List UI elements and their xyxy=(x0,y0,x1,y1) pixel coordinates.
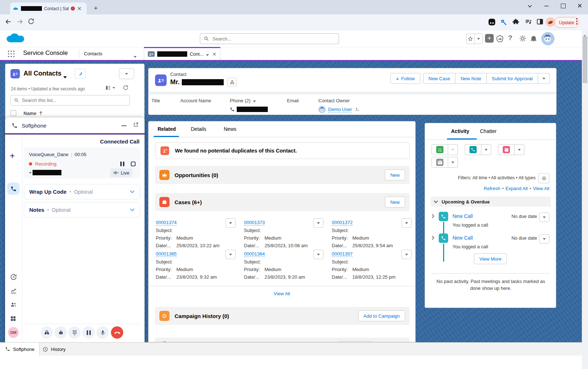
case-number-link[interactable]: 00001374 xyxy=(156,220,177,226)
cases-section-header[interactable]: Cases (6+) New xyxy=(155,193,409,211)
extension-icon[interactable] xyxy=(488,18,497,27)
view-more-button[interactable]: View More xyxy=(474,253,507,264)
redacted-phone-number[interactable] xyxy=(237,107,268,112)
tab-search-icon[interactable] xyxy=(522,0,538,12)
close-button[interactable]: ✕ xyxy=(571,0,588,12)
case-number-link[interactable]: 00001372 xyxy=(332,220,353,226)
new-tab-button[interactable]: + xyxy=(91,4,100,13)
pin-list-icon[interactable] xyxy=(75,69,86,79)
case-number-link[interactable]: 00001365 xyxy=(156,251,177,257)
new-opportunity-button[interactable]: New xyxy=(385,170,405,180)
workspace-tab-contact[interactable]: Cont... ✕ xyxy=(144,47,220,60)
tab-related[interactable]: Related xyxy=(158,126,176,132)
browser-menu-icon[interactable] xyxy=(576,18,578,25)
tab-chatter[interactable]: Chatter xyxy=(480,128,497,134)
campaign-history-section-header[interactable]: Campaign History (0) Add to Campaign xyxy=(155,307,409,325)
activity-actions-dropdown[interactable] xyxy=(539,213,549,222)
split-screen-icon[interactable] xyxy=(536,18,545,27)
case-row-actions-dropdown[interactable] xyxy=(313,218,323,228)
new-event-button[interactable] xyxy=(498,144,515,155)
tab-details[interactable]: Details xyxy=(191,126,206,132)
cases-title[interactable]: Cases (6+) xyxy=(175,199,202,205)
favorites-button[interactable] xyxy=(466,34,483,44)
chevron-down-icon[interactable] xyxy=(130,208,135,211)
reload-button[interactable] xyxy=(27,18,37,27)
mute-mic-icon[interactable] xyxy=(96,326,109,339)
opportunities-title[interactable]: Opportunities (0) xyxy=(175,172,218,178)
activity-settings-gear-icon[interactable] xyxy=(538,173,549,183)
case-row-actions-dropdown[interactable] xyxy=(313,250,323,259)
setup-gear-icon[interactable] xyxy=(519,35,527,42)
follow-button[interactable]: +Follow xyxy=(390,73,420,84)
campaign-history-title[interactable]: Campaign History (0) xyxy=(175,313,229,319)
extensions-puzzle-icon[interactable] xyxy=(512,18,521,27)
workspace-tab-close-icon[interactable]: ✕ xyxy=(212,51,216,57)
back-button[interactable] xyxy=(4,18,14,27)
pause-recording-icon[interactable] xyxy=(120,161,125,167)
call-dropdown-icon[interactable] xyxy=(481,144,491,155)
email-button[interactable] xyxy=(432,157,448,168)
add-to-campaign-button[interactable]: Add to Campaign xyxy=(358,310,405,321)
agent-avatar[interactable]: DM xyxy=(8,327,19,338)
expand-chevron-icon[interactable] xyxy=(432,214,434,218)
password-key-icon[interactable] xyxy=(500,19,509,27)
new-task-button[interactable] xyxy=(432,144,448,155)
list-actions-dropdown[interactable] xyxy=(119,68,134,79)
bot-assist-icon[interactable] xyxy=(55,326,67,339)
profile-avatar-icon[interactable] xyxy=(546,17,554,26)
new-note-button[interactable]: New Note xyxy=(455,73,486,84)
salesforce-logo[interactable] xyxy=(6,32,27,46)
nav-tab-dropdown-icon[interactable] xyxy=(134,53,137,59)
maximize-button[interactable] xyxy=(555,0,571,12)
change-owner-icon[interactable] xyxy=(355,107,360,112)
hierarchy-icon[interactable] xyxy=(227,78,237,86)
favorites-dropdown-icon[interactable] xyxy=(475,34,483,44)
call-history-icon[interactable] xyxy=(10,274,17,280)
email-dropdown-icon[interactable] xyxy=(448,157,458,168)
popout-icon[interactable] xyxy=(133,122,139,128)
case-row-actions-dropdown[interactable] xyxy=(226,218,236,228)
wrap-up-code-section[interactable]: Wrap Up Code • Optional xyxy=(24,184,140,199)
expand-chevron-icon[interactable] xyxy=(432,236,434,240)
case-row-actions-dropdown[interactable] xyxy=(402,218,412,228)
tab-activity[interactable]: Activity xyxy=(451,128,469,134)
end-call-button[interactable] xyxy=(111,326,123,339)
stop-recording-icon[interactable] xyxy=(130,161,136,167)
case-row-actions-dropdown[interactable] xyxy=(402,250,412,259)
activity-title-link[interactable]: New Call xyxy=(452,235,473,241)
utility-history-tab[interactable]: History xyxy=(38,343,70,356)
expand-all-link[interactable]: Expand All xyxy=(506,186,528,191)
page-scrollbar[interactable] xyxy=(582,30,588,369)
event-dropdown-icon[interactable] xyxy=(515,144,524,155)
monitor-icon[interactable] xyxy=(40,326,53,339)
new-case-button[interactable]: New Case xyxy=(423,73,456,84)
guidance-center-icon[interactable] xyxy=(496,35,504,43)
minimize-icon[interactable] xyxy=(121,125,126,126)
case-number-link[interactable]: 00001373 xyxy=(244,220,265,226)
list-search-box[interactable] xyxy=(10,95,130,106)
update-chrome-button[interactable]: Update xyxy=(554,17,579,28)
refresh-list-icon[interactable] xyxy=(123,85,129,91)
app-launcher-icon[interactable] xyxy=(7,50,15,58)
new-case-list-button[interactable]: New xyxy=(385,197,405,207)
user-avatar[interactable] xyxy=(541,32,554,45)
task-dropdown-icon[interactable] xyxy=(448,144,458,155)
global-search-input[interactable] xyxy=(212,36,335,42)
opportunities-section-header[interactable]: Opportunities (0) New xyxy=(155,166,409,184)
list-view-dropdown-icon[interactable] xyxy=(63,73,67,80)
forward-button[interactable] xyxy=(16,18,25,27)
notes-section[interactable]: Notes • Optional xyxy=(24,202,140,218)
tab-close-icon[interactable]: ✕ xyxy=(77,6,82,11)
global-actions-icon[interactable]: + xyxy=(485,34,494,43)
apps-grid-icon[interactable] xyxy=(10,316,16,322)
active-call-tab-icon[interactable] xyxy=(7,183,20,195)
log-call-button[interactable] xyxy=(465,144,481,155)
live-transcription-badge[interactable]: Live xyxy=(110,168,132,177)
activity-actions-dropdown[interactable] xyxy=(539,234,549,244)
submit-for-approval-button[interactable]: Submit for Approval xyxy=(487,73,538,84)
select-all-checkbox[interactable] xyxy=(10,110,16,116)
utility-softphone-tab[interactable]: Softphone xyxy=(0,343,40,356)
case-number-link[interactable]: 00001364 xyxy=(244,251,265,257)
favorite-star-icon[interactable] xyxy=(467,34,475,44)
display-as-icon[interactable] xyxy=(105,85,115,91)
